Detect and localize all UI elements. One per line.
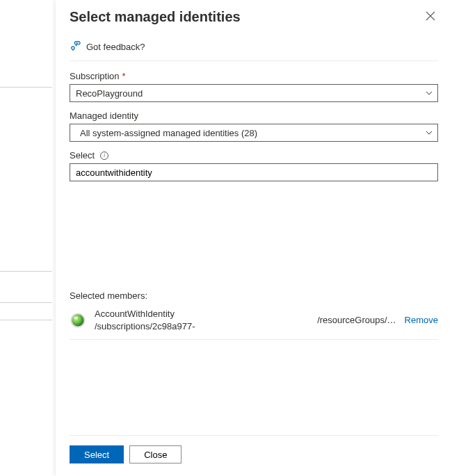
identity-icon xyxy=(70,312,86,329)
chevron-down-icon xyxy=(425,129,433,137)
panel-footer: Select Close xyxy=(70,435,438,476)
subscription-dropdown[interactable]: RecoPlayground xyxy=(70,84,438,102)
member-subscription-path: /subscriptions/2c98a977- xyxy=(95,320,195,333)
selected-members-section: Selected members: Acco xyxy=(70,290,438,340)
subscription-label: Subscription * xyxy=(70,71,438,81)
panel-title: Select managed identities xyxy=(70,9,241,25)
member-resource-path: /resourceGroups/… xyxy=(204,315,396,325)
select-managed-identities-panel: Select managed identities Got feedback? … xyxy=(56,0,452,476)
selected-members-label: Selected members: xyxy=(70,290,438,301)
panel-header: Select managed identities xyxy=(70,0,438,35)
managed-identity-label: Managed identity xyxy=(70,110,438,121)
managed-identity-field: Managed identity All system-assigned man… xyxy=(70,110,438,142)
managed-identity-value: All system-assigned managed identities (… xyxy=(80,128,257,138)
feedback-label: Got feedback? xyxy=(86,42,145,52)
select-field: Select i xyxy=(70,150,438,181)
member-details: AccountWithIdentity /subscriptions/2c98a… xyxy=(95,308,195,332)
feedback-link[interactable]: Got feedback? xyxy=(70,35,438,61)
selected-member-row: AccountWithIdentity /subscriptions/2c98a… xyxy=(70,304,438,340)
svg-point-3 xyxy=(74,316,78,319)
select-button[interactable]: Select xyxy=(70,445,124,463)
select-input[interactable] xyxy=(70,163,438,181)
background-left xyxy=(0,0,56,476)
managed-identity-dropdown[interactable]: All system-assigned managed identities (… xyxy=(70,124,438,142)
member-name: AccountWithIdentity xyxy=(95,308,195,320)
required-indicator: * xyxy=(122,71,126,81)
spacer xyxy=(70,190,438,285)
remove-link[interactable]: Remove xyxy=(405,315,438,325)
spacer xyxy=(70,340,438,435)
close-button[interactable]: Close xyxy=(129,445,181,463)
close-icon[interactable] xyxy=(423,8,438,25)
chevron-down-icon xyxy=(425,89,433,97)
select-label: Select i xyxy=(70,150,438,161)
svg-point-2 xyxy=(72,314,84,326)
info-icon[interactable]: i xyxy=(100,151,108,160)
feedback-icon xyxy=(70,40,81,54)
subscription-field: Subscription * RecoPlayground xyxy=(70,71,438,102)
svg-point-0 xyxy=(72,47,74,49)
subscription-value: RecoPlayground xyxy=(76,88,143,99)
